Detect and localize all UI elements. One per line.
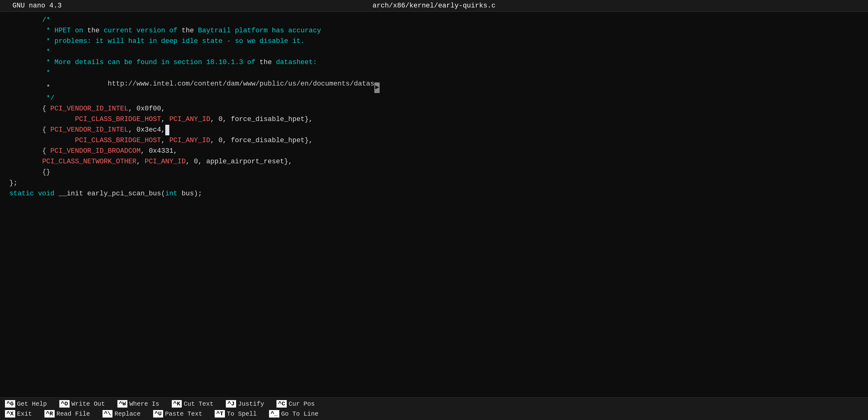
shortcut-item[interactable]: ^OWrite Out: [54, 399, 113, 409]
code-line: * HPET on the current version of the Bay…: [9, 26, 859, 36]
shortcut-label: Justify: [238, 400, 264, 408]
shortcut-item[interactable]: ^_Go To Line: [264, 409, 326, 419]
code-line: PCI_CLASS_BRIDGE_HOST, PCI_ANY_ID, 0, fo…: [9, 135, 859, 146]
shortcut-item[interactable]: ^\Replace: [98, 409, 148, 419]
bottom-bar: ^GGet Help^OWrite Out^WWhere Is^KCut Tex…: [0, 397, 868, 420]
shortcut-label: Go To Line: [281, 410, 318, 418]
shortcut-label: Get Help: [17, 400, 47, 408]
shortcut-key: ^U: [153, 410, 163, 418]
file-name: arch/x86/kernel/early-quirks.c: [372, 2, 496, 10]
code-line: { PCI_VENDOR_ID_BROADCOM, 0x4331,: [9, 146, 859, 157]
shortcut-label: Exit: [17, 410, 32, 418]
code-line: { PCI_VENDOR_ID_INTEL, 0x0f00,: [9, 104, 859, 114]
shortcut-row-2: ^XExit^RRead File^\Replace^UPaste Text^T…: [0, 409, 868, 419]
shortcut-label: Write Out: [71, 400, 105, 408]
code-line: };: [9, 178, 859, 189]
shortcut-key: ^O: [59, 400, 70, 408]
shortcut-key: ^R: [44, 410, 55, 418]
shortcut-label: Replace: [114, 410, 141, 418]
shortcut-item[interactable]: ^KCut Text: [167, 399, 221, 409]
code-line: * http://www.intel.com/content/dam/www/p…: [9, 79, 859, 93]
shortcut-key: ^C: [277, 400, 287, 408]
code-line: *: [9, 68, 859, 78]
code-line: */: [9, 93, 859, 104]
code-line: PCI_CLASS_NETWORK_OTHER, PCI_ANY_ID, 0, …: [9, 157, 859, 167]
shortcut-item[interactable]: ^RRead File: [39, 409, 98, 419]
shortcut-item[interactable]: ^XExit: [0, 409, 39, 419]
code-line: { PCI_VENDOR_ID_INTEL, 0x3ec4,: [9, 125, 859, 135]
code-line: static void __init early_pci_scan_bus(in…: [9, 189, 859, 199]
shortcut-key: ^K: [172, 400, 182, 408]
shortcut-key: ^X: [5, 410, 15, 418]
code-line: PCI_CLASS_BRIDGE_HOST, PCI_ANY_ID, 0, fo…: [9, 114, 859, 125]
shortcut-label: Cut Text: [184, 400, 213, 408]
shortcut-item[interactable]: ^JJustify: [221, 399, 272, 409]
editor-area[interactable]: /* * HPET on the current version of the …: [0, 12, 868, 397]
code-line: * problems: it will halt in deep idle st…: [9, 36, 859, 47]
shortcut-key: ^_: [269, 410, 279, 418]
code-line: *: [9, 47, 859, 57]
shortcut-key: ^\: [102, 410, 113, 418]
shortcut-item[interactable]: ^CCur Pos: [272, 399, 322, 409]
shortcut-key: ^T: [215, 410, 225, 418]
shortcut-label: Cur Pos: [289, 400, 315, 408]
shortcut-item[interactable]: ^TTo Spell: [210, 409, 264, 419]
shortcut-item[interactable]: ^UPaste Text: [148, 409, 210, 419]
code-line: /*: [9, 15, 859, 26]
shortcut-label: Where Is: [129, 400, 159, 408]
shortcut-key: ^W: [118, 400, 128, 408]
shortcut-row-1: ^GGet Help^OWrite Out^WWhere Is^KCut Tex…: [0, 399, 868, 409]
title-bar: GNU nano 4.3 arch/x86/kernel/early-quirk…: [0, 0, 868, 12]
code-line: {}: [9, 167, 859, 178]
shortcut-label: To Spell: [227, 410, 257, 418]
shortcut-item[interactable]: ^GGet Help: [0, 399, 54, 409]
shortcut-label: Read File: [57, 410, 90, 418]
shortcut-item[interactable]: ^WWhere Is: [113, 399, 167, 409]
shortcut-key: ^G: [5, 400, 15, 408]
code-line: * More details can be found in section 1…: [9, 57, 859, 68]
shortcut-label: Paste Text: [165, 410, 202, 418]
shortcut-key: ^J: [226, 400, 236, 408]
app-name: GNU nano 4.3: [12, 2, 62, 10]
